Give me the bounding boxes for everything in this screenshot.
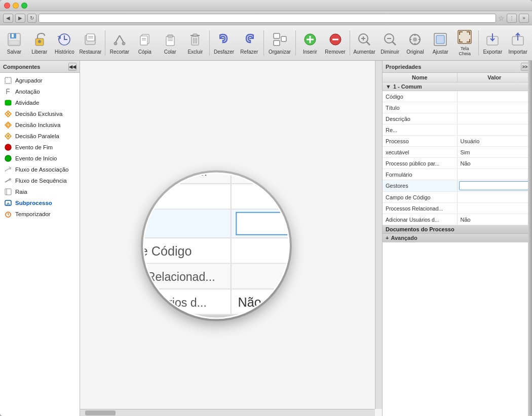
main-area: Componentes ◀◀ Agrupador xyxy=(0,61,532,416)
properties-header: Propriedades >> xyxy=(383,61,532,73)
sidebar-item-decisao-exclusiva[interactable]: Decisão Exclusiva xyxy=(0,108,80,119)
importar-label: Importar xyxy=(509,49,527,55)
canvas-scrollbar-horizontal[interactable] xyxy=(80,409,375,416)
prop-name-codigo: Código xyxy=(383,91,458,102)
svg-line-40 xyxy=(366,41,370,45)
svg-point-69 xyxy=(5,155,11,161)
sidebar-item-subprocesso[interactable]: Subprocesso xyxy=(0,197,80,209)
gestores-field[interactable] xyxy=(459,181,531,190)
sidebar-item-evento-inicio[interactable]: Evento de Início xyxy=(0,153,80,164)
sidebar-item-decisao-paralela[interactable]: Decisão Paralela xyxy=(0,131,80,142)
subsection-avancado[interactable]: + Avançado xyxy=(383,234,532,242)
insert-icon xyxy=(302,31,318,48)
import-icon xyxy=(510,31,526,48)
remover-button[interactable]: Remover xyxy=(323,27,348,59)
prop-value-descricao xyxy=(458,113,533,124)
copia-button[interactable]: Cópia xyxy=(133,27,157,59)
title-bar xyxy=(0,0,532,11)
close-button[interactable] xyxy=(4,3,10,9)
historico-button[interactable]: Histórico xyxy=(53,27,77,59)
evento-inicio-label: Evento de Início xyxy=(15,155,57,161)
sidebar-collapse-button[interactable]: ◀◀ xyxy=(68,63,77,71)
forward-button[interactable]: ▶ xyxy=(15,14,25,23)
sidebar-item-decisao-inclusiva[interactable]: Decisão Inclusiva xyxy=(0,119,80,131)
recortar-label: Recortar xyxy=(110,49,129,55)
original-button[interactable]: Original xyxy=(403,27,428,59)
refresh-button[interactable]: ↻ xyxy=(27,14,36,23)
diminuir-button[interactable]: Diminuir xyxy=(378,27,402,59)
redo-icon xyxy=(241,31,257,48)
ajustar-button[interactable]: Ajustar xyxy=(428,27,452,59)
liberar-button[interactable]: Liberar xyxy=(27,27,52,59)
tela-cheia-button[interactable]: TelaCheia xyxy=(453,27,476,59)
sidebar-item-raia[interactable]: Raia xyxy=(0,186,80,197)
gestores-input[interactable] xyxy=(236,212,290,235)
prop-row-adicionar-usuarios: Adicionar Usuários d... Não xyxy=(383,214,532,225)
sidebar-item-evento-fim[interactable]: Evento de Fim xyxy=(0,142,80,153)
prop-name-campo-codigo: Campo de Código xyxy=(383,192,458,202)
minimize-button[interactable] xyxy=(13,3,19,9)
sidebar-item-fluxo-sequencia[interactable]: Fluxo de Sequência xyxy=(0,175,80,186)
menu-button[interactable]: ⋮ xyxy=(507,14,517,23)
section-comum[interactable]: ▼ 1 - Comum xyxy=(383,82,532,91)
sidebar-header: Componentes ◀◀ xyxy=(0,61,80,73)
prop-value-gestores[interactable] xyxy=(458,180,533,191)
paste-icon xyxy=(162,31,178,48)
sidebar-item-anotacao[interactable]: Anotação xyxy=(0,86,80,97)
organizar-button[interactable]: Organizar xyxy=(266,27,293,59)
desfazer-label: Desfazer xyxy=(214,49,234,55)
fullscreen-icon xyxy=(457,29,473,45)
sidebar-item-agrupador[interactable]: Agrupador xyxy=(0,75,80,86)
exportar-label: Exportar xyxy=(483,49,502,55)
prop-row-executavel: xecutável Sim xyxy=(383,147,532,158)
horizontal-scroll-thumb[interactable] xyxy=(85,410,116,415)
prop-value-titulo xyxy=(458,102,533,113)
maximize-button[interactable] xyxy=(21,3,27,9)
refazer-button[interactable]: Refazer xyxy=(237,27,261,59)
arrow-dash-icon xyxy=(4,165,12,174)
main-toolbar: Salvar Liberar Hi xyxy=(0,25,532,61)
remove-icon xyxy=(327,31,344,48)
importar-button[interactable]: Importar xyxy=(506,27,530,59)
sidebar-item-fluxo-associacao[interactable]: Fluxo de Associação xyxy=(0,164,80,175)
prop-name-processo-publico: Processo público par... xyxy=(383,158,458,169)
exportar-button[interactable]: Exportar xyxy=(480,27,505,59)
svg-rect-55 xyxy=(5,77,11,84)
inserir-button[interactable]: Inserir xyxy=(298,27,322,59)
organize-icon xyxy=(272,31,288,48)
bookmark-icon[interactable]: ☆ xyxy=(498,14,505,22)
prop-value-processo: Usuário xyxy=(458,136,533,146)
restaurar-button[interactable]: Restaurar xyxy=(78,27,103,59)
svg-point-45 xyxy=(413,37,417,41)
prop-row-descricao: Descrição xyxy=(383,113,532,124)
prop-value-executavel: Sim xyxy=(458,147,533,157)
prop-name-descricao: Descrição xyxy=(383,113,458,124)
prop-row-gestores[interactable]: Gestores xyxy=(383,180,532,192)
extra-button[interactable]: » xyxy=(519,14,529,23)
prop-row-processos-relacionados: Processos Relacionad... xyxy=(383,203,532,214)
prop-row-processo: Processo Usuário xyxy=(383,136,532,147)
url-input[interactable] xyxy=(39,14,496,23)
svg-line-70 xyxy=(5,168,10,171)
restore-icon xyxy=(82,31,98,48)
excluir-button[interactable]: Excluir xyxy=(183,27,208,59)
desfazer-button[interactable]: Desfazer xyxy=(212,27,236,59)
inserir-label: Inserir xyxy=(303,49,317,55)
agrupador-label: Agrupador xyxy=(15,77,43,84)
colar-button[interactable]: Colar xyxy=(158,27,182,59)
back-button[interactable]: ◀ xyxy=(3,14,13,23)
prop-value-formulario xyxy=(458,169,533,180)
aumentar-button[interactable]: Aumentar xyxy=(352,27,376,59)
design-canvas[interactable]: Processo Usuário xecutável Sim Processo … xyxy=(80,61,383,416)
sidebar-item-atividade[interactable]: Atividade xyxy=(0,97,80,108)
recortar-button[interactable]: Recortar xyxy=(107,27,132,59)
canvas-scrollbar-vertical[interactable] xyxy=(375,61,382,409)
salvar-label: Salvar xyxy=(7,49,21,55)
zoom-in-icon xyxy=(356,31,372,48)
salvar-button[interactable]: Salvar xyxy=(2,27,26,59)
prop-row-titulo: Título xyxy=(383,102,532,113)
svg-line-71 xyxy=(5,179,10,182)
sidebar-item-temporizador[interactable]: Temporizador xyxy=(0,209,80,220)
subsection-docs[interactable]: Documentos do Processo xyxy=(383,225,532,234)
svg-rect-19 xyxy=(166,36,174,46)
